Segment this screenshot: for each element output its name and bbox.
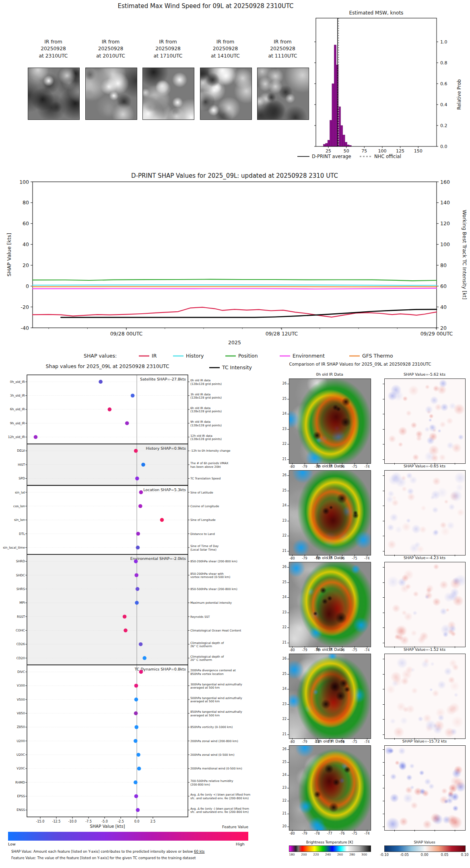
ir-thumbnail-label-line: at 2010UTC [85,53,136,60]
shap-lat-tick [383,613,384,613]
footnote-shap-value: SHAP Value: Amount each feature [listed … [11,849,269,854]
histogram-bar [326,143,328,146]
shap-dot [142,656,146,660]
feature-label: U20C [16,753,25,757]
y-tick-label: 0.8 [440,60,447,66]
ir-data-image [289,470,371,555]
section-label: Environmental SHAP=-2.0kts [130,556,186,561]
feature-label: sin_lat [15,491,25,494]
shap-dot [124,629,128,633]
shap-value-image [384,654,466,739]
label: D-PRINT SHAP Values for 2025_09L: update… [131,172,338,180]
shap-dot [134,780,138,784]
shap-lat-tick [383,775,384,775]
lat-tick-label: 26 [277,382,287,385]
lon-tick [330,830,330,831]
shap-dot [134,725,138,729]
feature-description: Cosine of Longitude [190,504,219,508]
sv-tick-label: -0.10 [377,853,392,857]
bt-tick-label: 300 [359,853,370,856]
x-axis-title: SHAP Value [kts] [90,824,125,829]
legend-label: History [186,353,204,359]
shap-lat-tick [383,414,384,414]
lat-tick [287,399,289,399]
legend-label: Position [238,353,258,359]
shap-lat-tick [383,749,384,750]
shap-lon-tick [394,830,395,831]
feature-value-gradient [8,832,248,841]
ir-data-title: 9h old IR Data [289,647,370,652]
x-tick-label: 75 [361,148,367,154]
feature-label: SPD [19,477,25,480]
lat-tick [287,536,289,536]
feature-label: HIST [18,463,25,467]
feature-label: V850 [17,712,25,715]
shap-lat-tick [383,689,384,689]
series-gfs-thermo [33,287,437,287]
shap-timeseries-chart: D-PRINT SHAP Values for 2025_09L: update… [0,169,470,376]
feature-description: 500hPa tangential wind azimuthallyaverag… [190,696,243,703]
lat-tick [287,762,289,763]
shap-values-colorbar-title: SHAP Values [384,840,465,844]
series-ir [33,307,437,317]
histogram-bar [334,45,336,146]
right-tick-label: 60 [440,283,447,289]
histogram-bar [347,145,349,146]
shap-lon-tick [414,830,415,831]
shap-dot [136,532,140,536]
right-axis-title: Working Best Track TC Intensity [kt] [462,210,468,299]
lat-tick-label: 21 [277,641,287,644]
feature-label: U200 [16,739,25,743]
ir-thumbnail-label-line: at 1410UTC [200,53,251,60]
ir-thumbnail-label-line: IR from [85,39,136,45]
feature-label: 12h_old_IR [8,435,25,439]
histogram-bar [332,84,334,146]
shap-lat-tick [383,429,384,430]
x-axis-title: 2025 [228,339,241,346]
comparison-title: Comparison of IR SHAP Values for 2025_09… [258,362,463,366]
x-tick-label: 125 [396,148,404,154]
ir-thumbnail-label-line: 20250928 [200,45,251,52]
left-tick-label: 0 [26,283,29,289]
lat-tick-label: 25 [277,760,287,764]
right-tick-label: 140 [440,200,450,206]
lat-tick-label: 21 [277,732,287,736]
feature-description: The # of 6h periods VMAXhas been above 2… [190,461,229,468]
shap-lat-tick [383,762,384,763]
shap-lat-tick [383,475,384,476]
shap-dot [34,435,38,439]
lat-tick [287,551,289,551]
lat-tick [287,749,289,750]
shap-value-image [384,470,466,555]
feature-label: Z850 [17,725,25,729]
y-tick-label: 0.4 [440,102,447,107]
lat-tick [287,429,289,430]
lat-tick-label: 22 [277,799,287,802]
feature-description: 0h old IR data(128x128 grid points) [190,378,222,385]
legend-label: NHC official [374,154,401,159]
lat-tick-label: 26 [277,657,287,660]
lon-tick-label: -78 [311,832,323,835]
right-tick-label: 20 [440,325,447,331]
x-tick-label: 100 [378,148,386,154]
left-tick-label: 20 [23,262,29,268]
label: Shap values for 2025_09L at 20250928 231… [46,363,169,369]
shap-lat-tick [383,521,384,521]
feature-label: V300 [17,684,25,687]
ir-satellite-thumbnail [142,68,194,120]
feature-description: 200hPa zonal wind (200-800 km) [190,739,238,743]
feature-label: RHMD [15,781,25,784]
lat-tick [287,775,289,775]
lat-tick [287,475,289,476]
ir-thumbnail-label-line: 20250928 [142,45,194,52]
shap-lat-tick [383,444,384,444]
section-label: History SHAP=0.9kts [146,446,186,450]
figure-canvas: Estimated Max Wind Speed for 09L at 2025… [0,0,470,868]
ir-satellite-thumbnail [28,68,80,120]
footnote-feature-value: Feature Value: The value of the feature … [11,856,269,860]
shap-dot-plot: Shap values for 2025_09L at 20250928 231… [0,360,258,829]
right-tick-label: 40 [440,304,447,310]
lat-tick-label: 22 [277,717,287,721]
shap-dot [123,615,127,619]
lat-tick-label: 25 [277,580,287,584]
